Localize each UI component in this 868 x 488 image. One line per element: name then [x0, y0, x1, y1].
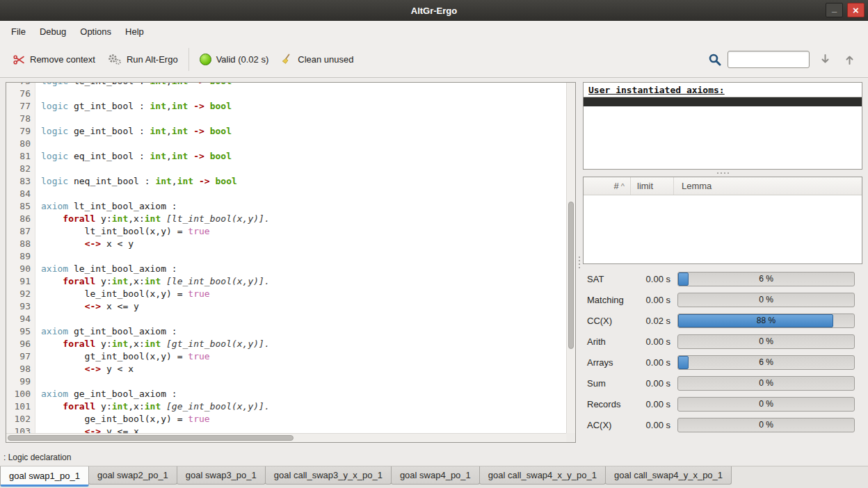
- code-token: lt_int_bool(x,y) =: [41, 226, 188, 236]
- lemma-col-lemma[interactable]: Lemma: [674, 177, 862, 195]
- code-token: axiom: [41, 326, 68, 336]
- code-line[interactable]: 84: [6, 188, 566, 200]
- code-text: <-> x <= y: [35, 300, 139, 313]
- code-token: int: [155, 176, 171, 186]
- axioms-table-splitter[interactable]: [583, 170, 862, 177]
- progress-label: 0 %: [678, 293, 854, 307]
- lemma-col-number[interactable]: # ^: [584, 177, 631, 195]
- gears-icon: [108, 54, 122, 65]
- code-line[interactable]: 80: [6, 138, 566, 150]
- code-line[interactable]: 96 forall y:int,x:int [gt_int_bool(x,y)]…: [6, 338, 566, 350]
- horizontal-scrollbar-thumb[interactable]: [8, 435, 294, 441]
- code-line[interactable]: 92 le_int_bool(x,y) = true: [6, 288, 566, 300]
- tab-goal-swap3_po_1[interactable]: goal swap3_po_1: [177, 466, 266, 485]
- editor-vertical-scrollbar[interactable]: [566, 83, 575, 433]
- menu-item-debug[interactable]: Debug: [33, 21, 73, 42]
- user-axioms-panel[interactable]: User instantiated axioms:: [583, 82, 862, 170]
- code-line[interactable]: 88 <-> x < y: [6, 238, 566, 250]
- code-text: axiom gt_int_bool_axiom :: [35, 325, 177, 338]
- code-line[interactable]: 76: [6, 88, 566, 100]
- code-line[interactable]: 100axiom ge_int_bool_axiom :: [6, 388, 566, 400]
- code-line[interactable]: 93 <-> x <= y: [6, 300, 566, 313]
- code-token: [204, 151, 210, 161]
- code-line[interactable]: 75logic le_int_bool : int,int -> bool: [6, 83, 566, 88]
- menu-item-file[interactable]: File: [4, 21, 33, 42]
- editor-panel-splitter[interactable]: [576, 82, 583, 443]
- stat-label: SAT: [587, 274, 641, 284]
- remove-context-button[interactable]: Remove context: [7, 49, 102, 71]
- line-number: 78: [6, 113, 35, 125]
- tab-goal-call_swap4_x_y_po_1[interactable]: goal call_swap4_x_y_po_1: [479, 466, 606, 485]
- code-line[interactable]: 99: [6, 375, 566, 388]
- code-text: [35, 188, 41, 200]
- search-group: [708, 51, 861, 69]
- code-line[interactable]: 77logic gt_int_bool : int,int -> bool: [6, 100, 566, 113]
- progress-bar: 88 %: [677, 314, 855, 328]
- search-prev-button[interactable]: [840, 51, 858, 69]
- code-line[interactable]: 97 gt_int_bool(x,y) = true: [6, 350, 566, 363]
- code-line[interactable]: 82: [6, 163, 566, 175]
- code-token: [41, 364, 85, 374]
- code-token: ,x:: [128, 339, 144, 349]
- stat-time: 0.00 s: [641, 378, 677, 389]
- run-alt-ergo-button[interactable]: Run Alt-Ergo: [102, 48, 184, 71]
- code-token: ,x:: [128, 401, 144, 412]
- code-line[interactable]: 94: [6, 313, 566, 325]
- code-token: bool: [210, 83, 232, 86]
- code-line[interactable]: 81logic eq_int_bool : int,int -> bool: [6, 150, 566, 163]
- code-text: forall y:int,x:int [lt_int_bool(x,y)].: [35, 213, 270, 225]
- code-line[interactable]: 83logic neq_int_bool : int,int -> bool: [6, 175, 566, 188]
- code-token: true: [188, 351, 209, 361]
- code-line[interactable]: 89: [6, 250, 566, 263]
- tab-goal-swap2_po_1[interactable]: goal swap2_po_1: [88, 466, 177, 485]
- code-token: logic: [41, 151, 68, 161]
- code-line[interactable]: 78: [6, 113, 566, 125]
- menu-item-help[interactable]: Help: [118, 21, 151, 42]
- editor-horizontal-scrollbar[interactable]: [6, 433, 566, 442]
- code-token: bool: [210, 151, 232, 161]
- titlebar[interactable]: AltGr-Ergo _ ×: [0, 0, 868, 21]
- code-line[interactable]: 98 <-> y < x: [6, 363, 566, 375]
- menu-item-options[interactable]: Options: [73, 21, 118, 42]
- code-token: eq_int_bool :: [68, 151, 150, 161]
- code-line[interactable]: 86 forall y:int,x:int [lt_int_bool(x,y)]…: [6, 213, 566, 225]
- code-text: forall y:int,x:int [le_int_bool(x,y)].: [35, 275, 270, 288]
- code-token: bool: [215, 176, 236, 186]
- code-token: [ge_int_bool(x,y)].: [166, 401, 270, 412]
- code-line[interactable]: 103 <-> y <= x: [6, 425, 566, 433]
- code-line[interactable]: 91 forall y:int,x:int [le_int_bool(x,y)]…: [6, 275, 566, 288]
- clean-unused-button[interactable]: Clean unused: [275, 48, 360, 71]
- code-token: [204, 101, 210, 111]
- code-text: [35, 250, 41, 263]
- code-token: [41, 213, 63, 224]
- code-line[interactable]: 79logic ge_int_bool : int,int -> bool: [6, 125, 566, 138]
- code-text: <-> y <= x: [35, 425, 139, 433]
- minimize-icon: _: [832, 3, 837, 13]
- user-axioms-header: User instantiated axioms:: [584, 83, 862, 97]
- code-line[interactable]: 101 forall y:int,x:int [ge_int_bool(x,y)…: [6, 400, 566, 413]
- code-line[interactable]: 90axiom le_int_bool_axiom :: [6, 263, 566, 275]
- code-line[interactable]: 85axiom lt_int_bool_axiom :: [6, 200, 566, 213]
- lemma-col-limit[interactable]: limit: [631, 177, 674, 195]
- progress-bar: 0 %: [677, 397, 855, 412]
- code-token: axiom: [41, 201, 68, 211]
- code-token: [161, 401, 166, 412]
- vertical-scrollbar-thumb[interactable]: [568, 202, 574, 349]
- code-text: forall y:int,x:int [gt_int_bool(x,y)].: [35, 338, 270, 350]
- code-line[interactable]: 87 lt_int_bool(x,y) = true: [6, 225, 566, 238]
- minimize-button[interactable]: _: [826, 3, 843, 17]
- search-next-button[interactable]: [816, 51, 834, 69]
- axioms-selected-row[interactable]: [584, 97, 862, 106]
- progress-bar: 0 %: [677, 334, 855, 349]
- search-input[interactable]: [728, 51, 810, 68]
- line-number: 79: [6, 125, 35, 138]
- code-editor[interactable]: 75logic le_int_bool : int,int -> bool767…: [6, 82, 576, 443]
- tab-goal-call_swap4_y_x_po_1[interactable]: goal call_swap4_y_x_po_1: [605, 466, 732, 485]
- close-button[interactable]: ×: [847, 3, 865, 17]
- tab-goal-call_swap3_y_x_po_1[interactable]: goal call_swap3_y_x_po_1: [265, 466, 392, 485]
- tab-goal-swap4_po_1[interactable]: goal swap4_po_1: [391, 466, 480, 485]
- code-token: [204, 83, 210, 86]
- code-line[interactable]: 95axiom gt_int_bool_axiom :: [6, 325, 566, 338]
- code-line[interactable]: 102 ge_int_bool(x,y) = true: [6, 413, 566, 425]
- tab-goal-swap1_po_1[interactable]: goal swap1_po_1: [0, 466, 89, 487]
